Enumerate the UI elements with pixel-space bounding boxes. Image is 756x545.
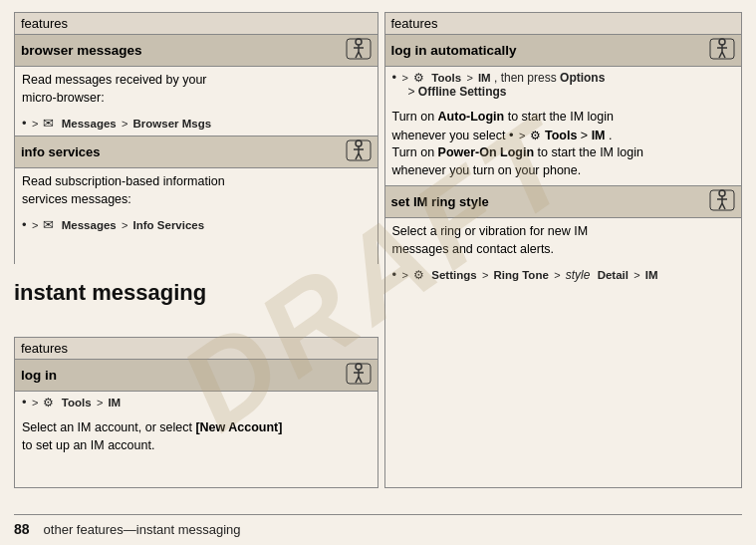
log-in-auto-nav: • > ⚙ Tools > IM , then press Options > … <box>385 67 742 104</box>
accessibility-icon-5 <box>709 189 735 214</box>
svg-point-18 <box>719 39 725 45</box>
info-services-content: Read subscription-based information serv… <box>15 168 378 214</box>
svg-line-4 <box>359 52 362 58</box>
svg-line-21 <box>719 52 722 58</box>
svg-point-6 <box>356 140 362 146</box>
browser-messages-nav: • > ✉ Messages > Browser Msgs <box>15 113 378 136</box>
svg-line-16 <box>359 377 362 383</box>
browser-messages-header: browser messages <box>15 35 378 67</box>
svg-line-3 <box>356 52 359 58</box>
right-header: features <box>385 13 742 35</box>
left-top-table: features browser messages Read messages … <box>14 12 378 264</box>
accessibility-icon-4 <box>709 38 735 63</box>
page-footer: 88 other features—instant messaging <box>14 514 742 537</box>
page-number: 88 <box>14 521 30 537</box>
info-services-header: info services <box>15 136 378 168</box>
log-in-nav: • > ⚙ Tools > IM <box>15 392 378 414</box>
im-ring-style-nav: • > ⚙ Settings > Ring Tone > style Detai… <box>385 264 742 287</box>
accessibility-icon-2 <box>346 139 372 164</box>
instant-messaging-heading-area: instant messaging <box>14 264 378 337</box>
accessibility-icon-3 <box>346 363 372 388</box>
log-in-header: log in <box>15 360 378 392</box>
im-ring-style-header: set IM ring style <box>385 185 742 218</box>
svg-line-10 <box>359 153 362 159</box>
footer-text: other features—instant messaging <box>44 522 241 537</box>
left-bottom-table: features log in • > ⚙ Tools > <box>14 337 378 488</box>
im-ring-style-content: Select a ring or vibration for new IM me… <box>385 218 742 264</box>
svg-line-27 <box>719 203 722 209</box>
svg-point-12 <box>356 364 362 370</box>
left-top-header: features <box>15 13 378 35</box>
svg-line-15 <box>356 377 359 383</box>
svg-line-28 <box>722 203 725 209</box>
log-in-content: Select an IM account, or select [New Acc… <box>15 414 378 460</box>
right-table: features log in automatically • > ⚙ <box>384 12 743 488</box>
accessibility-icon-1 <box>346 38 372 63</box>
svg-point-24 <box>719 190 725 196</box>
log-in-auto-header: log in automatically <box>385 35 742 67</box>
svg-point-0 <box>356 39 362 45</box>
svg-line-9 <box>356 153 359 159</box>
log-in-auto-content: Turn on Auto-Login to start the IM login… <box>385 104 742 185</box>
svg-line-22 <box>722 52 725 58</box>
info-services-nav: • > ✉ Messages > Info Services <box>15 214 378 237</box>
instant-messaging-title: instant messaging <box>14 280 378 306</box>
page-layout: features browser messages Read messages … <box>0 0 756 488</box>
browser-messages-content: Read messages received by your micro-bro… <box>15 67 378 113</box>
left-bottom-header: features <box>15 338 378 360</box>
